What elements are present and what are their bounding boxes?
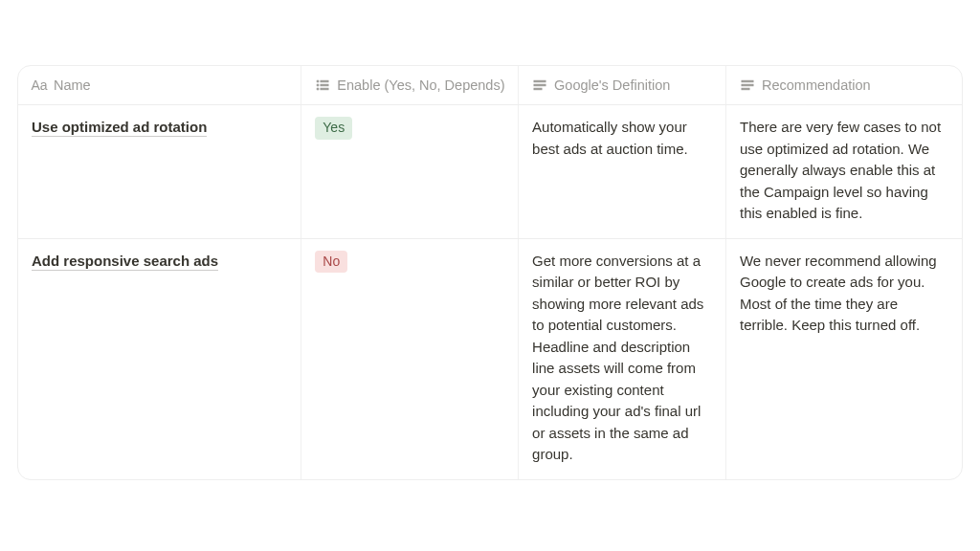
col-header-definition-label: Google's Definition — [554, 77, 670, 93]
svg-rect-6 — [534, 80, 546, 81]
row-name[interactable]: Use optimized ad rotation — [32, 119, 207, 137]
svg-point-0 — [317, 80, 319, 82]
enable-tag[interactable]: No — [315, 251, 347, 274]
svg-rect-11 — [742, 88, 749, 89]
cell-recommendation: We never recommend allowing Google to cr… — [725, 238, 962, 479]
row-name[interactable]: Add responsive search ads — [32, 253, 218, 271]
select-property-icon — [315, 77, 330, 93]
settings-table: Aa Name — [18, 66, 962, 479]
text-property-icon — [740, 77, 755, 93]
cell-recommendation: There are very few cases to not use opti… — [725, 105, 962, 239]
col-header-definition[interactable]: Google's Definition — [519, 66, 726, 105]
enable-tag[interactable]: Yes — [315, 117, 352, 140]
col-header-enable[interactable]: Enable (Yes, No, Depends) — [301, 66, 519, 105]
svg-point-4 — [317, 88, 319, 90]
cell-definition: Get more conversions at a similar or bet… — [519, 238, 726, 479]
svg-point-2 — [317, 84, 319, 86]
svg-rect-10 — [742, 84, 753, 85]
svg-rect-9 — [742, 80, 753, 81]
settings-table-card: Aa Name — [17, 65, 963, 480]
table-row[interactable]: Add responsive search ads No Get more co… — [18, 238, 962, 479]
col-header-enable-label: Enable (Yes, No, Depends) — [337, 77, 504, 93]
cell-definition: Automatically show your best ads at auct… — [519, 105, 726, 239]
table-row[interactable]: Use optimized ad rotation Yes Automatica… — [18, 105, 962, 239]
svg-rect-7 — [534, 84, 546, 85]
col-header-recommendation[interactable]: Recommendation — [725, 66, 962, 105]
svg-rect-3 — [321, 84, 328, 85]
col-header-recommendation-label: Recommendation — [762, 77, 871, 93]
table-header-row: Aa Name — [18, 66, 962, 105]
svg-rect-1 — [321, 80, 328, 81]
svg-rect-5 — [321, 88, 328, 89]
col-header-name-label: Name — [54, 77, 91, 93]
col-header-name[interactable]: Aa Name — [18, 66, 301, 105]
svg-rect-8 — [534, 88, 542, 89]
text-property-icon — [532, 77, 547, 93]
title-property-icon: Aa — [32, 77, 47, 93]
